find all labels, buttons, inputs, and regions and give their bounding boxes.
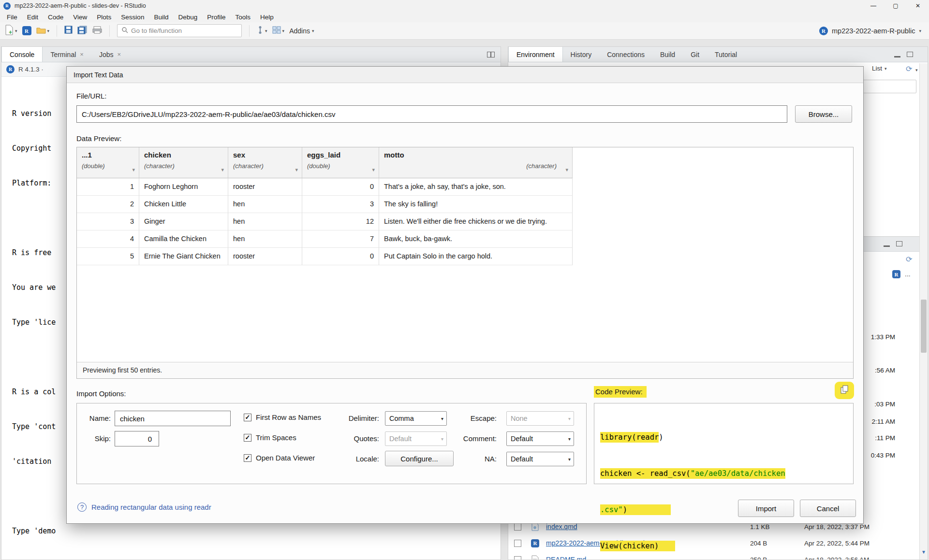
name-input[interactable] — [115, 411, 231, 426]
file-checkbox[interactable] — [514, 540, 521, 547]
open-file-button[interactable]: ▾ — [36, 26, 50, 36]
ellipsis-icon[interactable]: ... — [905, 270, 911, 278]
column-type-caret-icon[interactable]: ▾ — [372, 167, 375, 173]
terminal-tab-close-icon[interactable]: × — [80, 51, 84, 58]
open-data-viewer-checkbox[interactable]: ✓ Open Data Viewer — [244, 454, 315, 462]
new-file-icon: + — [5, 25, 14, 37]
code-text: ) — [659, 433, 663, 442]
select-value: Default — [389, 435, 412, 443]
table-cell: Bawk, buck, ba-gawk. — [379, 230, 573, 248]
jobs-tab-close-icon[interactable]: × — [117, 51, 121, 58]
tab-jobs[interactable]: Jobs× — [91, 47, 129, 62]
file-url-input[interactable] — [76, 105, 787, 123]
import-button[interactable]: Import — [738, 500, 794, 517]
trim-spaces-checkbox[interactable]: ✓ Trim Spaces — [244, 433, 296, 442]
tab-build[interactable]: Build — [652, 47, 683, 62]
locale-label: Locale: — [321, 455, 379, 463]
save-all-icon — [77, 26, 88, 36]
menu-debug[interactable]: Debug — [173, 13, 202, 22]
environment-refresh-icon[interactable]: ⟳ — [906, 65, 912, 73]
copy-icon — [840, 385, 849, 396]
goto-file-function-input[interactable] — [131, 27, 237, 34]
save-button[interactable] — [64, 26, 73, 36]
column-type: (double) — [82, 162, 134, 170]
first-row-as-names-checkbox[interactable]: ✓ First Row as Names — [244, 413, 321, 421]
browse-button[interactable]: Browse... — [795, 105, 852, 123]
escape-label: Escape: — [444, 414, 497, 422]
environment-list-dropdown[interactable]: List ▾ — [872, 65, 887, 72]
addins-button[interactable]: Addins ▾ — [289, 27, 314, 35]
files-refresh-icon[interactable]: ⟳ — [906, 256, 912, 263]
scrollbar[interactable]: ▼ — [919, 63, 928, 560]
rstudio-logo-icon: R — [3, 2, 11, 10]
copy-code-button[interactable] — [835, 382, 854, 399]
tab-tutorial[interactable]: Tutorial — [707, 47, 745, 62]
search-icon — [121, 27, 128, 35]
workspace-panes-button[interactable]: ▾ — [272, 26, 285, 36]
import-text-data-dialog: Import Text Data File/URL: Browse... Dat… — [66, 66, 864, 524]
new-project-button[interactable]: R — [22, 26, 31, 35]
help-link-row[interactable]: ? Reading rectangular data using readr — [77, 503, 211, 512]
file-name-link[interactable]: index.qmd — [546, 523, 577, 531]
window-minimize-button[interactable]: — — [862, 0, 885, 12]
version-control-button[interactable]: ▾ — [257, 26, 267, 36]
menu-code[interactable]: Code — [43, 13, 68, 22]
scrollbar-thumb[interactable] — [921, 300, 927, 353]
file-checkbox[interactable] — [514, 556, 521, 560]
tab-terminal[interactable]: Terminal× — [43, 47, 91, 62]
tab-connections[interactable]: Connections — [599, 47, 652, 62]
chevron-down-icon: ▾ — [919, 29, 921, 33]
tab-git[interactable]: Git — [683, 47, 707, 62]
menu-profile[interactable]: Profile — [202, 13, 230, 22]
quotes-label: Quotes: — [321, 434, 379, 443]
highlight-mark: Code Preview: — [594, 386, 647, 398]
menu-view[interactable]: View — [68, 13, 92, 22]
save-all-button[interactable] — [77, 26, 88, 36]
skip-input[interactable] — [115, 431, 159, 446]
pane-minimize-icon[interactable] — [894, 52, 900, 57]
menu-plots[interactable]: Plots — [92, 13, 116, 22]
configure-locale-button[interactable]: Configure... — [385, 451, 454, 466]
dialog-titlebar[interactable]: Import Text Data — [67, 67, 863, 83]
menu-file[interactable]: File — [2, 13, 22, 22]
files-pane-minimize-icon[interactable] — [884, 242, 890, 247]
menu-build[interactable]: Build — [149, 13, 173, 22]
menu-session[interactable]: Session — [116, 13, 149, 22]
files-pane-maximize-icon[interactable] — [896, 241, 902, 246]
chevron-down-icon: ▾ — [915, 68, 918, 72]
column-header[interactable]: eggs_laid (double) ▾ — [302, 147, 379, 178]
menu-help[interactable]: Help — [255, 13, 279, 22]
code-text: chicken <- read_csv( — [600, 469, 691, 478]
column-header[interactable]: ...1 (double) ▾ — [77, 147, 139, 178]
menu-edit[interactable]: Edit — [22, 13, 43, 22]
help-link[interactable]: Reading rectangular data using readr — [91, 503, 211, 511]
pane-maximize-icon[interactable] — [907, 52, 913, 57]
print-button[interactable] — [92, 26, 102, 36]
window-close-button[interactable]: ✕ — [907, 0, 929, 12]
na-select[interactable]: Default ▾ — [506, 452, 574, 466]
column-type-caret-icon[interactable]: ▾ — [565, 167, 568, 173]
new-file-button[interactable]: + ▾ — [5, 25, 17, 37]
tab-console[interactable]: Console — [1, 47, 43, 62]
cancel-button[interactable]: Cancel — [800, 500, 856, 517]
tab-history[interactable]: History — [563, 47, 600, 62]
scroll-down-icon[interactable]: ▼ — [920, 549, 928, 555]
column-type-caret-icon[interactable]: ▾ — [295, 167, 298, 173]
project-selector[interactable]: R mp223-2022-aem-R-public ▾ — [819, 24, 921, 38]
window-maximize-button[interactable]: ▢ — [885, 0, 907, 12]
menu-tools[interactable]: Tools — [230, 13, 255, 22]
column-type-caret-icon[interactable]: ▾ — [132, 167, 135, 173]
file-name-link[interactable]: README.md — [546, 556, 586, 560]
column-header[interactable]: chicken (character) ▾ — [139, 147, 228, 178]
pane-restore-icon[interactable] — [487, 52, 495, 57]
delimiter-select[interactable]: Comma ▾ — [385, 411, 447, 426]
table-cell: 3 — [77, 213, 139, 230]
comment-select[interactable]: Default ▾ — [506, 431, 574, 446]
code-text: ) — [623, 505, 627, 514]
column-header[interactable]: sex (character) ▾ — [228, 147, 302, 178]
window-titlebar: R mp223-2022-aem-R-public - slides-dev -… — [0, 0, 929, 12]
column-header[interactable]: motto (character) ▾ — [379, 147, 573, 178]
tab-environment[interactable]: Environment — [508, 47, 563, 62]
file-checkbox[interactable] — [514, 523, 521, 531]
column-type-caret-icon[interactable]: ▾ — [221, 167, 224, 173]
